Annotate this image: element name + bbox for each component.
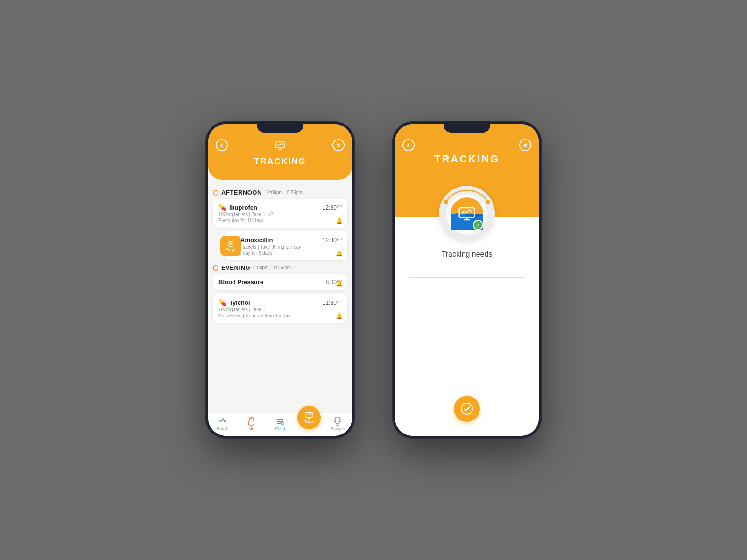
- close-button-1[interactable]: [332, 139, 345, 151]
- svg-point-24: [461, 403, 472, 414]
- svg-rect-9: [282, 422, 283, 425]
- bell-icon-4: 🔔: [336, 313, 343, 319]
- nav-feed[interactable]: Feed: [266, 418, 295, 431]
- nav-track-label: Track: [304, 420, 314, 424]
- check-badge: ✓: [473, 220, 483, 230]
- heart-icon: [218, 417, 227, 426]
- pill-icon-3: 💊: [218, 299, 226, 306]
- nav-feed-label: Feed: [275, 427, 285, 431]
- evening-dot: [213, 265, 218, 271]
- tracking-needs-label: Tracking needs: [442, 250, 493, 259]
- tylenol-detail2: As Needed | No more than 4 a day: [218, 313, 342, 318]
- bell-icon-3: 🔔: [336, 280, 343, 287]
- back-button-2[interactable]: [402, 139, 415, 151]
- tylenol-card[interactable]: 💊 Tylenol 11:30pm 100mg tablets | Take 1…: [213, 294, 347, 323]
- monitor-icon-large: [458, 207, 475, 221]
- phone-1: TRACKING AFTERNOON 12:00pm - 5:59pm 💊 Ib…: [205, 121, 355, 439]
- phone2-title: TRACKING: [434, 153, 500, 165]
- evening-title: EVENING: [221, 264, 250, 271]
- phone-notch-2: [444, 121, 490, 133]
- phone-2: TRACKING: [392, 121, 542, 439]
- monitor-icon-header: [274, 139, 287, 152]
- phone1-content[interactable]: AFTERNOON 12:00pm - 5:59pm 💊 Ibuprofen 1…: [208, 180, 352, 413]
- svg-point-17: [486, 200, 490, 204]
- blood-pressure-card[interactable]: Blood Pressure 8:00pm 🔔: [213, 274, 347, 290]
- ibuprofen-card[interactable]: 💊 Ibuprofen 12:30pm 100mg tablets | Take…: [213, 199, 347, 228]
- pill-icon-1: 💊: [218, 203, 226, 211]
- phone-2-screen: TRACKING: [395, 124, 539, 436]
- nav-badges-label: Badges: [331, 427, 345, 431]
- bell-icon-2: 🔔: [336, 250, 343, 257]
- trophy-icon: [334, 417, 341, 426]
- phone2-content: Tracking needs: [395, 217, 539, 436]
- ibuprofen-detail2: Every day for 10 days: [218, 218, 342, 223]
- ibuprofen-name: 💊 Ibuprofen: [218, 203, 257, 211]
- afternoon-range: 12:00pm - 5:59pm: [265, 190, 303, 195]
- back-button-1[interactable]: [216, 139, 228, 151]
- nav-health-label: Health: [217, 427, 229, 431]
- monitor-bg-circle: ✓: [451, 197, 483, 230]
- merge-badge[interactable]: Merge: [220, 236, 241, 256]
- phone2-header: TRACKING: [395, 124, 539, 217]
- spacer-2: [461, 139, 473, 151]
- afternoon-dot: [213, 190, 218, 196]
- phone-1-screen: TRACKING AFTERNOON 12:00pm - 5:59pm 💊 Ib…: [208, 124, 352, 436]
- bell-icon-1: 🔔: [336, 217, 343, 224]
- evening-range: 6:00pm - 11:59pm: [253, 265, 291, 270]
- track-monitor-icon: [305, 412, 313, 419]
- amoxicillin-time: 12:30pm: [323, 237, 342, 244]
- evening-section-header: EVENING 6:00pm - 11:59pm: [213, 264, 347, 271]
- confirm-button[interactable]: [454, 396, 480, 422]
- phone-notch-1: [257, 121, 303, 133]
- amoxicillin-detail2: Every day for 5 days: [230, 251, 342, 256]
- nav-health[interactable]: Health: [208, 417, 237, 431]
- close-button-2[interactable]: [519, 139, 531, 151]
- checkmark-icon: [460, 402, 473, 415]
- nav-me[interactable]: Me: [237, 417, 266, 431]
- afternoon-title: AFTERNOON: [221, 189, 262, 196]
- phone1-title: TRACKING: [216, 157, 345, 167]
- nav-badges[interactable]: Badges: [323, 417, 352, 431]
- svg-point-18: [444, 200, 448, 204]
- ibuprofen-time: 12:30pm: [323, 204, 342, 211]
- hand-icon: [247, 417, 255, 426]
- ibuprofen-detail1: 100mg tablets | Take 1 1/2: [218, 212, 342, 217]
- track-bubble[interactable]: Track: [297, 406, 321, 429]
- nav-me-label: Me: [248, 427, 254, 431]
- tracker-outer-ring: ✓: [439, 186, 495, 242]
- tylenol-time: 11:30pm: [323, 299, 342, 306]
- tylenol-detail1: 100mg tablets | Take 1: [218, 307, 342, 312]
- tracker-widget: ✓: [439, 186, 495, 242]
- blood-pressure-name: Blood Pressure: [218, 279, 263, 286]
- phone1-nav: Health Me Feed: [208, 413, 352, 436]
- tracking-needs-input[interactable]: [409, 266, 524, 278]
- amoxicillin-card[interactable]: Merge 💊 Amoxicillin 12:30pm 90mg tablets…: [224, 231, 347, 260]
- afternoon-section-header: AFTERNOON 12:00pm - 5:59pm: [213, 189, 347, 196]
- amoxicillin-detail1: 90mg tablets | Take 90 mg per day: [230, 245, 342, 250]
- feed-icon: [276, 418, 284, 426]
- tracker-inner-ring: ✓: [446, 193, 488, 235]
- tylenol-name: 💊 Tylenol: [218, 299, 250, 306]
